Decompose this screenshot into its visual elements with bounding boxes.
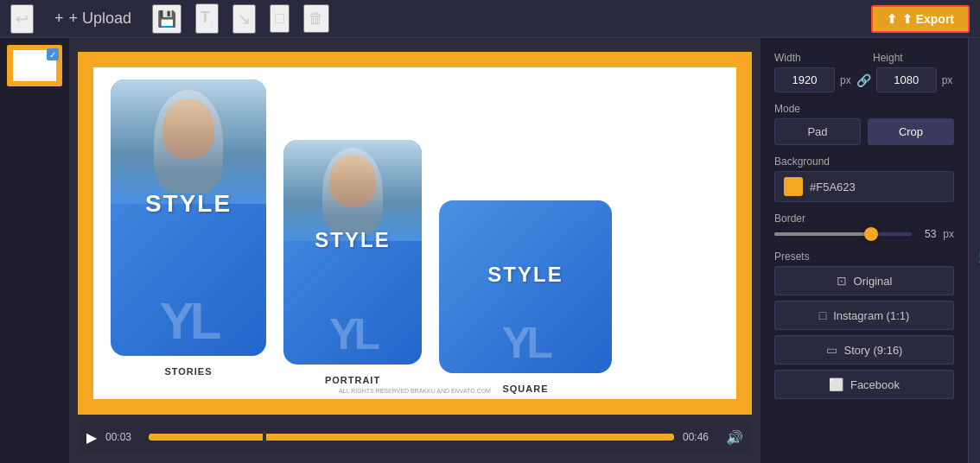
border-thumb[interactable] — [864, 227, 878, 241]
border-slider[interactable] — [774, 232, 912, 237]
preset-facebook[interactable]: ⬜ Facebook — [774, 370, 954, 399]
square-title: STYLE — [487, 263, 563, 287]
stories-card: STYLE YL — [111, 79, 266, 356]
timeline: ▶ 00:03 00:46 🔊 — [78, 420, 752, 454]
stories-photo — [111, 79, 266, 204]
export-label: ⬆ Export — [902, 12, 954, 26]
volume-icon[interactable]: 🔊 — [726, 429, 743, 446]
undo-button[interactable]: ↩ — [10, 4, 34, 34]
preset-instagram-label: Instagram (1:1) — [833, 309, 909, 322]
rect-icon[interactable]: □ — [270, 4, 290, 33]
canvas-content: STYLE YL STORIES — [93, 67, 736, 399]
preset-original-label: Original — [854, 275, 893, 288]
instagram-icon: □ — [819, 308, 826, 322]
presets-section: Presets ⊡ Original □ Instagram (1:1) ▭ S… — [774, 251, 954, 399]
square-card: STYLE YL — [439, 200, 612, 373]
stories-face — [111, 79, 266, 204]
arrow-icon[interactable]: ↘ — [232, 4, 256, 34]
bg-hex-value: #F5A623 — [810, 181, 856, 193]
background-label: Background — [774, 155, 954, 168]
plus-icon: + — [54, 10, 64, 28]
portrait-watermark: YL — [329, 313, 376, 356]
width-input[interactable] — [774, 67, 835, 92]
width-label: Width — [774, 52, 856, 64]
width-px: px — [840, 74, 851, 86]
toolbar: ↩ + + Upload 💾 T↕ ↘ □ 🗑 ⬆ ⬆ Export — [0, 0, 980, 38]
story-icon: ▭ — [826, 343, 837, 357]
thumbnail-check: ✓ — [47, 48, 59, 60]
pad-button[interactable]: Pad — [774, 118, 861, 145]
background-section: Background #F5A623 — [774, 155, 954, 202]
square-label: SQUARE — [502, 384, 548, 394]
dimensions-section: Width Height px 🔗 px — [774, 52, 954, 92]
dimensions-header: Width Height — [774, 52, 954, 67]
square-watermark: YL — [502, 321, 549, 365]
time-start: 00:03 — [105, 431, 140, 443]
image-icon[interactable]: 🖼 — [977, 128, 981, 153]
right-panel: Width Height px 🔗 px Mode Pad Crop — [760, 38, 968, 463]
border-controls: 53 px — [774, 228, 954, 240]
canvas-frame: STYLE YL STORIES — [78, 52, 752, 415]
height-px: px — [942, 74, 953, 86]
progress-bar[interactable] — [149, 434, 674, 441]
portrait-photo — [283, 140, 422, 241]
people-icon[interactable]: 👥 — [975, 242, 981, 268]
adjust-icon[interactable]: ⚙ — [977, 282, 981, 308]
presets-label: Presets — [774, 251, 954, 263]
background-color-row[interactable]: #F5A623 — [774, 171, 954, 202]
mode-buttons: Pad Crop — [774, 118, 954, 145]
preset-original[interactable]: ⊡ Original — [774, 266, 954, 295]
border-fill — [774, 232, 871, 236]
border-label: Border — [774, 212, 954, 225]
right-icon-bar: ⊞ ▦ 🖼 ⧉ T 👥 ⚙ ≡ — [968, 38, 980, 463]
canvas-inner: STYLE YL STORIES — [93, 67, 736, 399]
preset-facebook-label: Facebook — [850, 378, 900, 391]
save-icon[interactable]: 💾 — [152, 4, 181, 34]
portrait-card: STYLE YL — [283, 140, 422, 365]
stories-title: STYLE — [145, 190, 232, 218]
progress-track — [149, 434, 674, 441]
preset-instagram[interactable]: □ Instagram (1:1) — [774, 301, 954, 330]
border-section: Border 53 px — [774, 212, 954, 240]
height-label: Height — [873, 52, 954, 64]
canvas-area: STYLE YL STORIES — [69, 38, 760, 463]
time-end: 00:46 — [683, 431, 717, 443]
stories-label: STORIES — [164, 366, 212, 377]
dimensions-inputs: px 🔗 px — [774, 67, 954, 92]
portrait-face — [283, 140, 422, 241]
text-icon[interactable]: T↕ — [195, 3, 219, 34]
copyright-text: ALL RIGHTS RESERVED BRAKKU AND ENVATO.CO… — [339, 388, 491, 394]
portrait-title: STYLE — [315, 228, 390, 252]
upload-button[interactable]: + + Upload — [48, 6, 138, 31]
left-sidebar: ✓ — [0, 38, 69, 463]
bg-color-swatch[interactable] — [784, 177, 803, 196]
portrait-label: PORTRAIT — [325, 375, 380, 385]
canvas-wrapper: STYLE YL STORIES — [78, 47, 752, 420]
mode-label: Mode — [774, 103, 954, 115]
upload-label: + Upload — [69, 10, 132, 28]
layout-icon[interactable]: ▦ — [977, 88, 980, 114]
link-icon[interactable]: 🔗 — [856, 73, 871, 87]
preset-story-label: Story (9:16) — [844, 344, 903, 357]
height-input[interactable] — [876, 67, 937, 92]
progress-thumb[interactable] — [263, 430, 266, 444]
original-icon: ⊡ — [837, 274, 847, 288]
thumbnail-1[interactable]: ✓ — [7, 45, 62, 86]
trash-icon[interactable]: 🗑 — [303, 4, 329, 33]
play-button[interactable]: ▶ — [86, 429, 97, 446]
export-button[interactable]: ⬆ ⬆ Export — [871, 5, 970, 33]
crop-button[interactable]: Crop — [868, 118, 954, 145]
border-value: 53 — [919, 228, 936, 240]
export-icon: ⬆ — [887, 12, 897, 26]
preset-story[interactable]: ▭ Story (9:16) — [774, 335, 954, 365]
border-px: px — [943, 228, 954, 240]
stories-watermark: YL — [160, 295, 218, 347]
main-content: ✓ — [0, 38, 980, 463]
mode-section: Mode Pad Crop — [774, 103, 954, 145]
facebook-icon: ⬜ — [829, 377, 843, 391]
